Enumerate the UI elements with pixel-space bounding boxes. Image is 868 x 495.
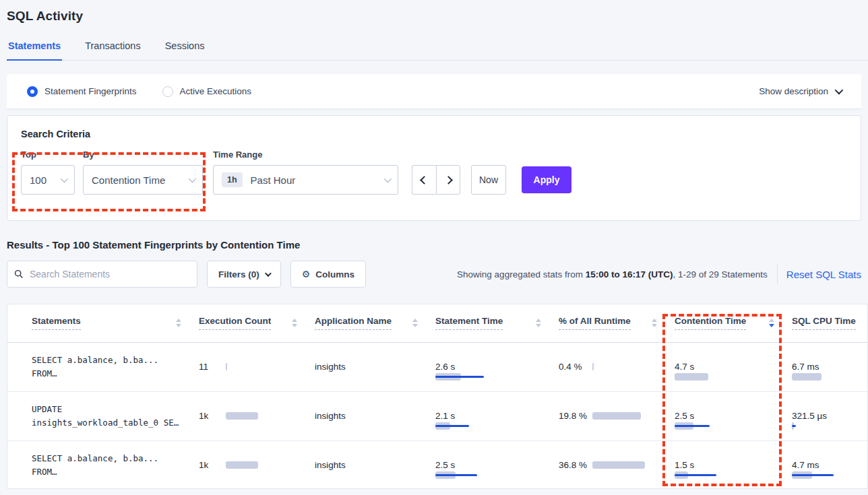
application-name-value: insights xyxy=(315,362,346,372)
sql-cpu-time-value: 321.5 µs xyxy=(792,410,828,422)
column-header-execution-count[interactable]: Execution Count xyxy=(193,304,309,342)
chevron-down-icon xyxy=(61,175,68,183)
application-name-value: insights xyxy=(315,460,346,470)
chevron-right-icon xyxy=(444,176,453,185)
time-range-value: Past Hour xyxy=(251,174,296,186)
time-range-field: Time Range 1h Past Hour xyxy=(213,150,398,195)
time-range-label: Time Range xyxy=(213,150,398,160)
sort-icon[interactable] xyxy=(412,319,418,327)
results-heading: Results - Top 100 Statement Fingerprints… xyxy=(7,239,868,251)
sort-icon[interactable] xyxy=(652,319,657,327)
aggregated-stats-text: Showing aggregated stats from 15:00 to 1… xyxy=(457,269,768,279)
pct-runtime-bar xyxy=(592,461,653,469)
tab-transactions[interactable]: Transactions xyxy=(84,40,142,60)
radio-active-executions[interactable]: Active Executions xyxy=(162,86,252,97)
statement-link[interactable]: UPDATEinsights_workload_table_0 SE… xyxy=(32,403,193,430)
statements-table: Statements Execution Count Application N… xyxy=(7,304,868,489)
radio-label-fingerprints: Statement Fingerprints xyxy=(44,86,137,96)
now-button[interactable]: Now xyxy=(471,165,506,195)
sql-activity-page: SQL Activity Statements Transactions Ses… xyxy=(0,0,868,495)
sort-icon-active-desc[interactable] xyxy=(769,319,774,327)
view-toggle-bar: Statement Fingerprints Active Executions… xyxy=(7,74,861,109)
apply-button[interactable]: Apply xyxy=(522,166,571,193)
top-label: Top xyxy=(21,150,75,160)
column-header-contention-time[interactable]: Contention Time xyxy=(669,304,786,342)
search-criteria-title: Search Criteria xyxy=(21,129,861,139)
table-header-row: Statements Execution Count Application N… xyxy=(7,304,868,342)
tab-bar: Statements Transactions Sessions xyxy=(7,40,868,61)
stats-area: Showing aggregated stats from 15:00 to 1… xyxy=(457,264,861,284)
statement-link[interactable]: SELECT a.balance, b.ba...FROM… xyxy=(32,354,193,381)
radio-selected-icon[interactable] xyxy=(27,86,38,97)
vertical-divider xyxy=(777,264,778,284)
execution-count-value: 1k xyxy=(199,460,218,470)
filters-button-label: Filters (0) xyxy=(218,269,259,279)
radio-statement-fingerprints[interactable]: Statement Fingerprints xyxy=(27,86,137,97)
radio-label-active: Active Executions xyxy=(180,86,252,96)
execution-count-value: 11 xyxy=(199,362,218,372)
statements-table-card: Statements Execution Count Application N… xyxy=(7,304,868,489)
contention-time-value: 1.5 s xyxy=(675,459,786,471)
time-nav-group xyxy=(412,165,460,195)
execution-count-value: 1k xyxy=(199,411,218,421)
statement-link[interactable]: SELECT a.balance, b.ba...FROM… xyxy=(32,452,193,479)
execution-count-bar xyxy=(226,412,286,420)
statement-time-value: 2.1 s xyxy=(435,410,553,422)
pct-runtime-value: 0.4 % xyxy=(559,361,588,373)
table-row[interactable]: SELECT a.balance, b.ba...FROM… 11 insigh… xyxy=(7,342,868,391)
table-controls-row: Filters (0) ⚙ Columns Showing aggregated… xyxy=(7,261,861,288)
top-select-value: 100 xyxy=(30,174,46,186)
chevron-down-icon xyxy=(265,270,272,277)
search-statements-input[interactable] xyxy=(30,269,190,279)
by-label: By xyxy=(83,150,203,160)
statement-time-value: 2.6 s xyxy=(435,361,553,373)
pct-runtime-value: 19.8 % xyxy=(559,410,588,422)
execution-count-bar xyxy=(226,363,286,370)
statement-time-value: 2.5 s xyxy=(435,459,553,471)
page-title: SQL Activity xyxy=(0,0,868,24)
time-range-select[interactable]: 1h Past Hour xyxy=(213,165,398,195)
time-range-badge: 1h xyxy=(222,172,243,187)
application-name-value: insights xyxy=(315,411,346,421)
tab-sessions[interactable]: Sessions xyxy=(164,40,206,60)
sort-icon[interactable] xyxy=(292,319,297,327)
next-time-button[interactable] xyxy=(436,165,460,195)
pct-runtime-value: 36.8 % xyxy=(559,459,588,471)
pct-runtime-bar xyxy=(592,412,653,420)
search-statements-box[interactable] xyxy=(7,261,197,288)
show-description-label: Show description xyxy=(759,86,828,96)
filters-button[interactable]: Filters (0) xyxy=(207,261,281,288)
pct-runtime-bar xyxy=(592,363,653,370)
sql-cpu-time-value: 4.7 ms xyxy=(792,459,828,471)
chevron-left-icon xyxy=(420,176,429,185)
columns-button-label: Columns xyxy=(315,269,354,279)
radio-unselected-icon[interactable] xyxy=(162,86,173,97)
columns-button[interactable]: ⚙ Columns xyxy=(290,261,366,288)
tab-statements[interactable]: Statements xyxy=(7,40,62,61)
show-description-toggle[interactable]: Show description xyxy=(759,86,841,96)
chevron-down-icon xyxy=(835,86,844,95)
contention-time-value: 4.7 s xyxy=(675,361,786,373)
reset-sql-stats-link[interactable]: Reset SQL Stats xyxy=(786,269,861,280)
table-row[interactable]: UPDATEinsights_workload_table_0 SE… 1k i… xyxy=(7,391,868,440)
by-field: By Contention Time xyxy=(83,150,203,195)
top-field: Top 100 xyxy=(21,150,75,195)
column-header-pct-runtime[interactable]: % of All Runtime xyxy=(553,304,669,342)
column-header-application-name[interactable]: Application Name xyxy=(309,304,430,342)
sort-icon[interactable] xyxy=(176,319,181,327)
sql-cpu-time-value: 6.7 ms xyxy=(792,361,828,373)
column-header-statements[interactable]: Statements xyxy=(7,304,193,342)
by-select-value: Contention Time xyxy=(92,174,165,186)
previous-time-button[interactable] xyxy=(412,165,436,195)
column-header-sql-cpu-time[interactable]: SQL CPU Time xyxy=(786,304,868,342)
execution-count-bar xyxy=(226,461,286,469)
chevron-down-icon xyxy=(384,175,392,183)
table-row[interactable]: SELECT a.balance, b.ba...FROM… 1k insigh… xyxy=(7,440,868,489)
sort-icon[interactable] xyxy=(536,319,541,327)
search-icon xyxy=(14,269,24,279)
gear-icon: ⚙ xyxy=(302,269,311,279)
by-select[interactable]: Contention Time xyxy=(83,165,203,195)
column-header-statement-time[interactable]: Statement Time xyxy=(430,304,553,342)
contention-time-value: 2.5 s xyxy=(675,410,786,422)
top-select[interactable]: 100 xyxy=(21,165,75,195)
